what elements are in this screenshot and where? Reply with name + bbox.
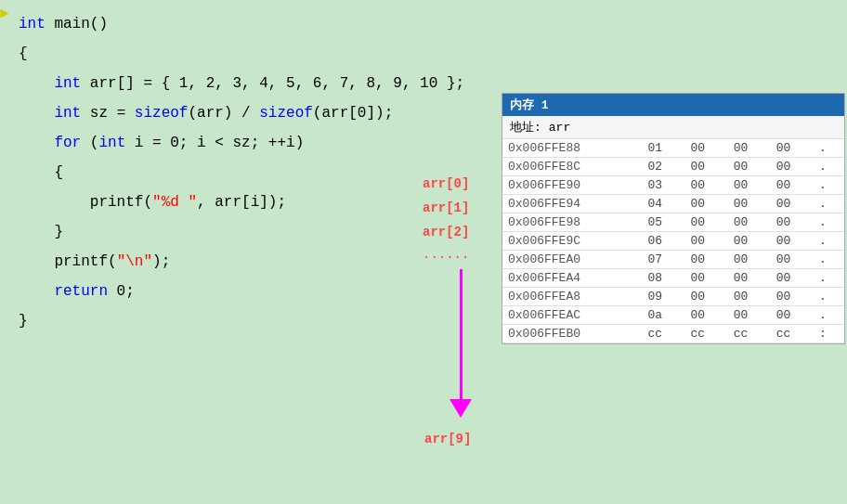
mem-addr: 0x006FFEA0 [502, 251, 642, 269]
mem-b1: 09 [642, 288, 684, 306]
mem-b3: 00 [728, 232, 771, 251]
mem-b1: 02 [642, 158, 684, 176]
mem-addr: 0x006FFE8C [502, 158, 642, 176]
annotation-arr1: arr[1] [423, 196, 469, 220]
code-text: printf( [19, 187, 152, 217]
code-text [19, 277, 54, 306]
mem-b2: cc [685, 325, 728, 343]
mem-b4: 00 [771, 269, 814, 288]
mem-b3: 00 [728, 306, 771, 325]
mem-extra: : [814, 325, 844, 343]
mem-b3: 00 [728, 176, 771, 195]
memory-window-title: 内存 1 [502, 94, 844, 116]
mem-b2: 00 [685, 269, 728, 288]
keyword-int2: int [98, 128, 125, 158]
code-text: ( [81, 128, 98, 158]
code-line-2: { [19, 39, 828, 69]
mem-b2: 00 [685, 306, 728, 325]
keyword-int: int [19, 9, 46, 39]
code-text: main() [46, 9, 108, 39]
mem-b1: 06 [642, 232, 684, 251]
memory-table: 0x006FFE88 01 00 00 00 . 0x006FFE8C 02 0… [502, 139, 844, 343]
mem-b2: 00 [685, 139, 728, 158]
arrow-head [450, 399, 472, 418]
code-text: } [19, 217, 63, 247]
mem-b2: 00 [685, 213, 728, 232]
mem-b4: 00 [771, 306, 814, 325]
code-text [19, 98, 54, 128]
mem-extra: . [814, 306, 844, 325]
mem-b1: 0a [642, 306, 684, 325]
mem-b3: 00 [728, 139, 771, 158]
code-text: { [19, 158, 63, 187]
mem-b2: 00 [685, 195, 728, 213]
mem-b4: 00 [771, 251, 814, 269]
mem-addr: 0x006FFE94 [502, 195, 642, 213]
mem-b4: 00 [771, 288, 814, 306]
mem-b1: 05 [642, 213, 684, 232]
code-text: printf( [19, 247, 117, 277]
string-literal: "%d " [152, 187, 197, 217]
arrow-indicator: ► [0, 6, 9, 22]
mem-extra: . [814, 213, 844, 232]
keyword-sizeof: sizeof [135, 98, 189, 128]
mem-b4: 00 [771, 232, 814, 251]
keyword-for: for [54, 128, 81, 158]
memory-row-2: 0x006FFE90 03 00 00 00 . [502, 176, 844, 195]
keyword-sizeof2: sizeof [259, 98, 313, 128]
memory-row-8: 0x006FFEA8 09 00 00 00 . [502, 288, 844, 306]
code-text: sz = [81, 98, 135, 128]
mem-b1: 01 [642, 139, 684, 158]
mem-extra: . [814, 195, 844, 213]
down-arrow [450, 269, 472, 418]
mem-addr: 0x006FFE90 [502, 176, 642, 195]
mem-b1: 03 [642, 176, 684, 195]
mem-extra: . [814, 232, 844, 251]
address-value: arr [549, 121, 570, 135]
code-text: { [19, 39, 28, 69]
code-text: ); [152, 247, 170, 277]
mem-extra: . [814, 269, 844, 288]
keyword-int: int [54, 98, 81, 128]
mem-b4: 00 [771, 139, 814, 158]
code-text: (arr) / [188, 98, 259, 128]
memory-row-5: 0x006FFE9C 06 00 00 00 . [502, 232, 844, 251]
string-literal-2: "\n" [117, 247, 152, 277]
mem-extra: . [814, 139, 844, 158]
memory-row-4: 0x006FFE98 05 00 00 00 . [502, 213, 844, 232]
mem-b3: cc [728, 325, 771, 343]
mem-b2: 00 [685, 158, 728, 176]
mem-extra: . [814, 288, 844, 306]
keyword-int: int [54, 69, 81, 98]
memory-window: 内存 1 地址: arr 0x006FFE88 01 00 00 00 . 0x… [502, 93, 845, 344]
code-text [19, 69, 54, 98]
mem-extra: . [814, 251, 844, 269]
code-text: 0; [108, 277, 135, 306]
mem-b4: 00 [771, 176, 814, 195]
mem-addr: 0x006FFEB0 [502, 325, 642, 343]
mem-addr: 0x006FFEA8 [502, 288, 642, 306]
memory-row-0: 0x006FFE88 01 00 00 00 . [502, 139, 844, 158]
code-text: i = 0; i < sz; ++i) [125, 128, 304, 158]
memory-row-3: 0x006FFE94 04 00 00 00 . [502, 195, 844, 213]
mem-b3: 00 [728, 213, 771, 232]
memory-row-6: 0x006FFEA0 07 00 00 00 . [502, 251, 844, 269]
mem-b4: cc [771, 325, 814, 343]
annotation-dots: ...... [423, 244, 469, 265]
code-text: arr[] = { 1, 2, 3, 4, 5, 6, 7, 8, 9, 10 … [81, 69, 464, 98]
memory-address-bar: 地址: arr [502, 116, 844, 139]
mem-b2: 00 [685, 232, 728, 251]
keyword-return: return [54, 277, 108, 306]
code-text: (arr[0]); [313, 98, 393, 128]
code-text [19, 128, 54, 158]
memory-row-9: 0x006FFEAC 0a 00 00 00 . [502, 306, 844, 325]
mem-addr: 0x006FFE88 [502, 139, 642, 158]
code-text: , arr[i]); [197, 187, 286, 217]
mem-b3: 00 [728, 288, 771, 306]
mem-b2: 00 [685, 251, 728, 269]
arrow-line [460, 269, 463, 399]
mem-b2: 00 [685, 288, 728, 306]
mem-addr: 0x006FFEA4 [502, 269, 642, 288]
mem-extra: . [814, 176, 844, 195]
mem-addr: 0x006FFE9C [502, 232, 642, 251]
